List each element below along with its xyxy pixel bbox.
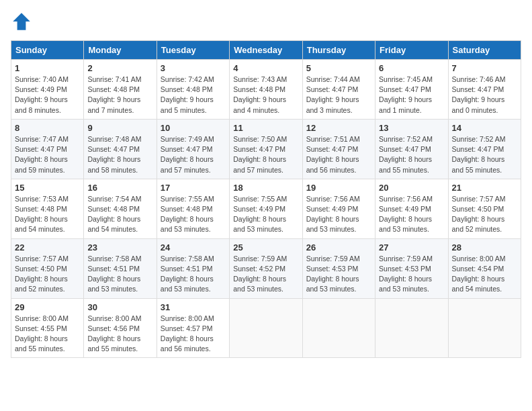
day-number: 27 — [379, 242, 444, 253]
column-header-friday: Friday — [375, 41, 448, 60]
day-cell-25: 25 Sunrise: 7:59 AMSunset: 4:52 PMDaylig… — [230, 238, 302, 298]
page-header — [11, 11, 521, 32]
day-cell-28: 28 Sunrise: 8:00 AMSunset: 4:54 PMDaylig… — [448, 238, 521, 298]
day-number: 30 — [87, 302, 152, 312]
day-number: 31 — [161, 302, 226, 312]
day-cell-27: 27 Sunrise: 7:59 AMSunset: 4:53 PMDaylig… — [375, 238, 448, 298]
day-cell-1: 1 Sunrise: 7:40 AMSunset: 4:49 PMDayligh… — [11, 60, 84, 120]
day-cell-3: 3 Sunrise: 7:42 AMSunset: 4:48 PMDayligh… — [157, 60, 229, 120]
day-number: 21 — [452, 183, 517, 193]
logo — [11, 11, 35, 32]
day-info: Sunrise: 7:57 AMSunset: 4:50 PMDaylight:… — [452, 194, 517, 235]
day-cell-10: 10 Sunrise: 7:49 AMSunset: 4:47 PMDaylig… — [157, 119, 229, 179]
day-info: Sunrise: 7:54 AMSunset: 4:48 PMDaylight:… — [87, 194, 152, 235]
day-number: 10 — [161, 123, 226, 133]
day-info: Sunrise: 7:59 AMSunset: 4:53 PMDaylight:… — [379, 254, 444, 295]
day-info: Sunrise: 7:57 AMSunset: 4:50 PMDaylight:… — [15, 254, 80, 295]
svg-marker-0 — [13, 13, 30, 30]
day-number: 12 — [306, 123, 371, 133]
day-info: Sunrise: 7:43 AMSunset: 4:48 PMDaylight:… — [233, 75, 298, 116]
column-header-saturday: Saturday — [448, 41, 521, 60]
calendar-table: SundayMondayTuesdayWednesdayThursdayFrid… — [11, 40, 521, 358]
day-cell-2: 2 Sunrise: 7:41 AMSunset: 4:48 PMDayligh… — [84, 60, 157, 120]
day-info: Sunrise: 7:42 AMSunset: 4:48 PMDaylight:… — [161, 75, 226, 116]
day-number: 3 — [161, 63, 226, 73]
day-cell-20: 20 Sunrise: 7:56 AMSunset: 4:49 PMDaylig… — [375, 179, 448, 238]
day-cell-29: 29 Sunrise: 8:00 AMSunset: 4:55 PMDaylig… — [11, 298, 84, 358]
day-cell-8: 8 Sunrise: 7:47 AMSunset: 4:47 PMDayligh… — [11, 119, 84, 179]
day-info: Sunrise: 7:47 AMSunset: 4:47 PMDaylight:… — [15, 134, 80, 175]
day-cell-18: 18 Sunrise: 7:55 AMSunset: 4:49 PMDaylig… — [230, 179, 302, 238]
day-info: Sunrise: 7:45 AMSunset: 4:47 PMDaylight:… — [379, 75, 444, 116]
day-info: Sunrise: 7:55 AMSunset: 4:48 PMDaylight:… — [161, 194, 226, 235]
day-number: 19 — [306, 183, 371, 193]
day-number: 9 — [87, 123, 152, 133]
day-cell-5: 5 Sunrise: 7:44 AMSunset: 4:47 PMDayligh… — [302, 60, 375, 120]
day-info: Sunrise: 7:56 AMSunset: 4:49 PMDaylight:… — [306, 194, 371, 235]
day-info: Sunrise: 8:00 AMSunset: 4:55 PMDaylight:… — [15, 314, 80, 355]
day-cell-13: 13 Sunrise: 7:52 AMSunset: 4:47 PMDaylig… — [375, 119, 448, 179]
column-header-wednesday: Wednesday — [230, 41, 302, 60]
column-header-tuesday: Tuesday — [157, 41, 229, 60]
day-number: 18 — [233, 183, 298, 193]
day-number: 14 — [452, 123, 517, 133]
column-header-thursday: Thursday — [302, 41, 375, 60]
day-number: 24 — [161, 242, 226, 253]
day-number: 2 — [87, 63, 152, 73]
day-number: 5 — [306, 63, 371, 73]
day-number: 4 — [233, 63, 298, 73]
day-cell-12: 12 Sunrise: 7:51 AMSunset: 4:47 PMDaylig… — [302, 119, 375, 179]
day-info: Sunrise: 7:58 AMSunset: 4:51 PMDaylight:… — [161, 254, 226, 295]
day-info: Sunrise: 7:41 AMSunset: 4:48 PMDaylight:… — [87, 75, 152, 116]
calendar-week-3: 15 Sunrise: 7:53 AMSunset: 4:48 PMDaylig… — [11, 179, 521, 238]
empty-cell — [448, 298, 521, 358]
day-info: Sunrise: 7:59 AMSunset: 4:52 PMDaylight:… — [233, 254, 298, 295]
day-number: 16 — [87, 183, 152, 193]
day-number: 11 — [233, 123, 298, 133]
day-cell-22: 22 Sunrise: 7:57 AMSunset: 4:50 PMDaylig… — [11, 238, 84, 298]
day-info: Sunrise: 7:52 AMSunset: 4:47 PMDaylight:… — [452, 134, 517, 175]
day-info: Sunrise: 7:51 AMSunset: 4:47 PMDaylight:… — [306, 134, 371, 175]
day-info: Sunrise: 7:50 AMSunset: 4:47 PMDaylight:… — [233, 134, 298, 175]
day-cell-17: 17 Sunrise: 7:55 AMSunset: 4:48 PMDaylig… — [157, 179, 229, 238]
day-cell-6: 6 Sunrise: 7:45 AMSunset: 4:47 PMDayligh… — [375, 60, 448, 120]
day-info: Sunrise: 7:55 AMSunset: 4:49 PMDaylight:… — [233, 194, 298, 235]
day-cell-30: 30 Sunrise: 8:00 AMSunset: 4:56 PMDaylig… — [84, 298, 157, 358]
day-number: 20 — [379, 183, 444, 193]
day-number: 6 — [379, 63, 444, 73]
day-cell-24: 24 Sunrise: 7:58 AMSunset: 4:51 PMDaylig… — [157, 238, 229, 298]
day-cell-14: 14 Sunrise: 7:52 AMSunset: 4:47 PMDaylig… — [448, 119, 521, 179]
day-cell-11: 11 Sunrise: 7:50 AMSunset: 4:47 PMDaylig… — [230, 119, 302, 179]
day-number: 7 — [452, 63, 517, 73]
day-cell-23: 23 Sunrise: 7:58 AMSunset: 4:51 PMDaylig… — [84, 238, 157, 298]
day-number: 23 — [87, 242, 152, 253]
day-number: 29 — [15, 302, 80, 312]
day-cell-4: 4 Sunrise: 7:43 AMSunset: 4:48 PMDayligh… — [230, 60, 302, 120]
day-cell-26: 26 Sunrise: 7:59 AMSunset: 4:53 PMDaylig… — [302, 238, 375, 298]
day-info: Sunrise: 7:58 AMSunset: 4:51 PMDaylight:… — [87, 254, 152, 295]
day-cell-19: 19 Sunrise: 7:56 AMSunset: 4:49 PMDaylig… — [302, 179, 375, 238]
column-header-sunday: Sunday — [11, 41, 84, 60]
day-cell-7: 7 Sunrise: 7:46 AMSunset: 4:47 PMDayligh… — [448, 60, 521, 120]
day-number: 8 — [15, 123, 80, 133]
day-cell-9: 9 Sunrise: 7:48 AMSunset: 4:47 PMDayligh… — [84, 119, 157, 179]
calendar-week-5: 29 Sunrise: 8:00 AMSunset: 4:55 PMDaylig… — [11, 298, 521, 358]
day-info: Sunrise: 8:00 AMSunset: 4:54 PMDaylight:… — [452, 254, 517, 295]
day-number: 15 — [15, 183, 80, 193]
calendar-week-2: 8 Sunrise: 7:47 AMSunset: 4:47 PMDayligh… — [11, 119, 521, 179]
empty-cell — [230, 298, 302, 358]
day-info: Sunrise: 7:53 AMSunset: 4:48 PMDaylight:… — [15, 194, 80, 235]
empty-cell — [375, 298, 448, 358]
empty-cell — [302, 298, 375, 358]
column-header-monday: Monday — [84, 41, 157, 60]
day-info: Sunrise: 7:52 AMSunset: 4:47 PMDaylight:… — [379, 134, 444, 175]
day-info: Sunrise: 8:00 AMSunset: 4:56 PMDaylight:… — [87, 314, 152, 355]
day-number: 28 — [452, 242, 517, 253]
day-cell-21: 21 Sunrise: 7:57 AMSunset: 4:50 PMDaylig… — [448, 179, 521, 238]
day-info: Sunrise: 7:44 AMSunset: 4:47 PMDaylight:… — [306, 75, 371, 116]
day-info: Sunrise: 7:46 AMSunset: 4:47 PMDaylight:… — [452, 75, 517, 116]
day-info: Sunrise: 8:00 AMSunset: 4:57 PMDaylight:… — [161, 314, 226, 355]
day-number: 26 — [306, 242, 371, 253]
day-info: Sunrise: 7:56 AMSunset: 4:49 PMDaylight:… — [379, 194, 444, 235]
day-cell-16: 16 Sunrise: 7:54 AMSunset: 4:48 PMDaylig… — [84, 179, 157, 238]
